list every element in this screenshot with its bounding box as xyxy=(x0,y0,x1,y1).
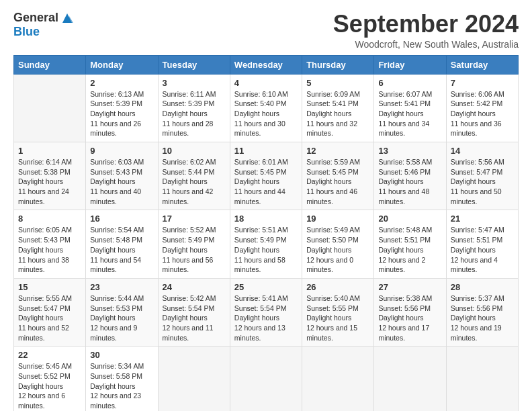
calendar-cell: 16 Sunrise: 5:54 AMSunset: 5:48 PMDaylig… xyxy=(86,210,158,278)
day-number: 22 xyxy=(18,350,81,360)
day-number: 8 xyxy=(18,214,81,224)
calendar-cell: 28 Sunrise: 5:37 AMSunset: 5:56 PMDaylig… xyxy=(446,278,518,346)
day-number: 26 xyxy=(306,282,369,292)
day-info: Sunrise: 5:37 AMSunset: 5:56 PMDaylight … xyxy=(451,294,504,342)
day-number: 13 xyxy=(378,146,441,156)
month-year: September 2024 xyxy=(333,11,519,38)
calendar-cell: 6 Sunrise: 6:07 AMSunset: 5:41 PMDayligh… xyxy=(374,74,446,142)
day-info: Sunrise: 6:14 AMSunset: 5:38 PMDaylight … xyxy=(18,158,72,205)
calendar-cell: 20 Sunrise: 5:48 AMSunset: 5:51 PMDaylig… xyxy=(374,210,446,278)
day-number: 2 xyxy=(90,78,153,88)
day-number: 17 xyxy=(163,214,226,224)
calendar-table: SundayMondayTuesdayWednesdayThursdayFrid… xyxy=(13,55,519,411)
day-number: 30 xyxy=(90,350,153,360)
day-info: Sunrise: 6:05 AMSunset: 5:43 PMDaylight … xyxy=(18,226,72,273)
day-number: 1 xyxy=(18,146,81,156)
calendar-cell: 24 Sunrise: 5:42 AMSunset: 5:54 PMDaylig… xyxy=(158,278,230,346)
day-info: Sunrise: 5:56 AMSunset: 5:47 PMDaylight … xyxy=(451,158,504,205)
calendar-cell: 23 Sunrise: 5:44 AMSunset: 5:53 PMDaylig… xyxy=(86,278,158,346)
calendar-cell xyxy=(230,347,302,411)
weekday-header-thursday: Thursday xyxy=(302,55,374,74)
day-number: 24 xyxy=(163,282,226,292)
day-info: Sunrise: 5:41 AMSunset: 5:54 PMDaylight … xyxy=(234,294,288,342)
day-info: Sunrise: 6:01 AMSunset: 5:45 PMDaylight … xyxy=(234,158,288,205)
calendar-cell: 11 Sunrise: 6:01 AMSunset: 5:45 PMDaylig… xyxy=(230,142,302,210)
logo-icon xyxy=(60,11,75,26)
calendar-cell: 22 Sunrise: 5:45 AMSunset: 5:52 PMDaylig… xyxy=(14,347,86,411)
calendar-cell: 27 Sunrise: 5:38 AMSunset: 5:56 PMDaylig… xyxy=(374,278,446,346)
calendar-cell: 21 Sunrise: 5:47 AMSunset: 5:51 PMDaylig… xyxy=(446,210,518,278)
day-number: 21 xyxy=(451,214,514,224)
calendar-cell xyxy=(158,347,230,411)
logo: General Blue xyxy=(13,11,75,39)
calendar-cell: 19 Sunrise: 5:49 AMSunset: 5:50 PMDaylig… xyxy=(302,210,374,278)
calendar-cell: 10 Sunrise: 6:02 AMSunset: 5:44 PMDaylig… xyxy=(158,142,230,210)
weekday-header-row: SundayMondayTuesdayWednesdayThursdayFrid… xyxy=(14,55,519,74)
calendar-cell: 30 Sunrise: 5:34 AMSunset: 5:58 PMDaylig… xyxy=(86,347,158,411)
day-info: Sunrise: 6:07 AMSunset: 5:41 PMDaylight … xyxy=(378,90,432,138)
calendar-cell: 13 Sunrise: 5:58 AMSunset: 5:46 PMDaylig… xyxy=(374,142,446,210)
calendar-cell xyxy=(374,347,446,411)
calendar-cell: 12 Sunrise: 5:59 AMSunset: 5:45 PMDaylig… xyxy=(302,142,374,210)
day-number: 9 xyxy=(90,146,153,156)
day-number: 28 xyxy=(451,282,514,292)
calendar-cell xyxy=(14,74,86,142)
calendar-cell: 9 Sunrise: 6:03 AMSunset: 5:43 PMDayligh… xyxy=(86,142,158,210)
day-number: 7 xyxy=(451,78,514,88)
day-number: 4 xyxy=(234,78,298,88)
day-number: 23 xyxy=(90,282,153,292)
day-info: Sunrise: 5:58 AMSunset: 5:46 PMDaylight … xyxy=(378,158,432,205)
day-info: Sunrise: 6:13 AMSunset: 5:39 PMDaylight … xyxy=(90,90,144,138)
calendar-cell: 7 Sunrise: 6:06 AMSunset: 5:42 PMDayligh… xyxy=(446,74,518,142)
day-info: Sunrise: 5:51 AMSunset: 5:49 PMDaylight … xyxy=(234,226,288,273)
day-info: Sunrise: 5:52 AMSunset: 5:49 PMDaylight … xyxy=(163,226,216,273)
calendar-cell: 8 Sunrise: 6:05 AMSunset: 5:43 PMDayligh… xyxy=(14,210,86,278)
calendar-week-row: 22 Sunrise: 5:45 AMSunset: 5:52 PMDaylig… xyxy=(14,347,519,411)
day-info: Sunrise: 6:10 AMSunset: 5:40 PMDaylight … xyxy=(234,90,288,138)
day-info: Sunrise: 5:48 AMSunset: 5:51 PMDaylight … xyxy=(378,226,432,273)
day-info: Sunrise: 5:38 AMSunset: 5:56 PMDaylight … xyxy=(378,294,432,342)
weekday-header-sunday: Sunday xyxy=(14,55,86,74)
calendar-week-row: 15 Sunrise: 5:55 AMSunset: 5:47 PMDaylig… xyxy=(14,278,519,346)
day-info: Sunrise: 5:54 AMSunset: 5:48 PMDaylight … xyxy=(90,226,144,273)
calendar-week-row: 2 Sunrise: 6:13 AMSunset: 5:39 PMDayligh… xyxy=(14,74,519,142)
day-number: 18 xyxy=(234,214,298,224)
day-info: Sunrise: 5:55 AMSunset: 5:47 PMDaylight … xyxy=(18,294,72,342)
day-info: Sunrise: 5:49 AMSunset: 5:50 PMDaylight … xyxy=(306,226,360,273)
location: Woodcroft, New South Wales, Australia xyxy=(333,39,519,50)
calendar-cell: 2 Sunrise: 6:13 AMSunset: 5:39 PMDayligh… xyxy=(86,74,158,142)
calendar-cell: 15 Sunrise: 5:55 AMSunset: 5:47 PMDaylig… xyxy=(14,278,86,346)
day-info: Sunrise: 5:45 AMSunset: 5:52 PMDaylight … xyxy=(18,362,72,410)
calendar-cell: 4 Sunrise: 6:10 AMSunset: 5:40 PMDayligh… xyxy=(230,74,302,142)
calendar-week-row: 1 Sunrise: 6:14 AMSunset: 5:38 PMDayligh… xyxy=(14,142,519,210)
calendar-cell: 18 Sunrise: 5:51 AMSunset: 5:49 PMDaylig… xyxy=(230,210,302,278)
day-info: Sunrise: 5:34 AMSunset: 5:58 PMDaylight … xyxy=(90,362,144,410)
day-info: Sunrise: 5:44 AMSunset: 5:53 PMDaylight … xyxy=(90,294,144,342)
day-number: 25 xyxy=(234,282,298,292)
calendar-cell: 26 Sunrise: 5:40 AMSunset: 5:55 PMDaylig… xyxy=(302,278,374,346)
day-number: 15 xyxy=(18,282,81,292)
day-number: 10 xyxy=(163,146,226,156)
day-number: 6 xyxy=(378,78,441,88)
day-info: Sunrise: 5:59 AMSunset: 5:45 PMDaylight … xyxy=(306,158,360,205)
day-number: 19 xyxy=(306,214,369,224)
logo-general: General xyxy=(13,11,58,25)
day-number: 20 xyxy=(378,214,441,224)
day-info: Sunrise: 6:03 AMSunset: 5:43 PMDaylight … xyxy=(90,158,144,205)
day-number: 14 xyxy=(451,146,514,156)
weekday-header-saturday: Saturday xyxy=(446,55,518,74)
day-info: Sunrise: 5:40 AMSunset: 5:55 PMDaylight … xyxy=(306,294,360,342)
day-number: 27 xyxy=(378,282,441,292)
logo-blue: Blue xyxy=(13,25,40,38)
day-info: Sunrise: 6:02 AMSunset: 5:44 PMDaylight … xyxy=(163,158,216,205)
calendar-cell: 5 Sunrise: 6:09 AMSunset: 5:41 PMDayligh… xyxy=(302,74,374,142)
day-number: 16 xyxy=(90,214,153,224)
weekday-header-monday: Monday xyxy=(86,55,158,74)
calendar-cell: 25 Sunrise: 5:41 AMSunset: 5:54 PMDaylig… xyxy=(230,278,302,346)
day-info: Sunrise: 6:11 AMSunset: 5:39 PMDaylight … xyxy=(163,90,216,138)
day-info: Sunrise: 5:47 AMSunset: 5:51 PMDaylight … xyxy=(451,226,504,273)
calendar-week-row: 8 Sunrise: 6:05 AMSunset: 5:43 PMDayligh… xyxy=(14,210,519,278)
weekday-header-wednesday: Wednesday xyxy=(230,55,302,74)
calendar-cell xyxy=(446,347,518,411)
day-number: 12 xyxy=(306,146,369,156)
